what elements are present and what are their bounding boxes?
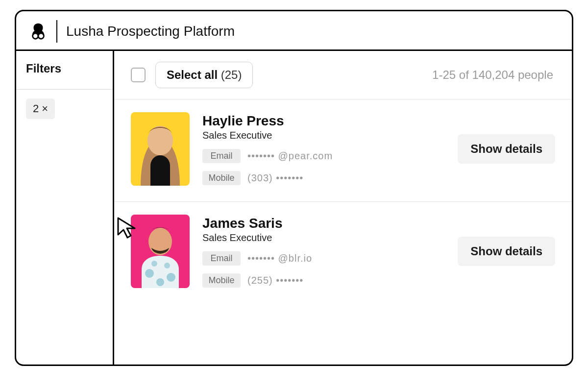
svg-point-8 (164, 263, 170, 268)
mobile-line: Mobile (303) ••••••• (202, 171, 445, 185)
svg-point-5 (167, 273, 175, 282)
filters-heading: Filters (26, 62, 103, 75)
content-area: Filters 2 × Select all (25) 1-25 of 140,… (16, 51, 572, 365)
email-badge: Email (202, 149, 241, 163)
active-filter-chip[interactable]: 2 × (26, 98, 55, 119)
person-illustration-icon (131, 112, 190, 186)
avatar (131, 112, 190, 186)
person-name: James Saris (202, 216, 445, 231)
select-all-checkbox[interactable] (131, 68, 146, 82)
show-details-button[interactable]: Show details (458, 237, 555, 266)
person-name: Haylie Press (202, 113, 445, 129)
titlebar-divider (56, 20, 57, 43)
person-info: James Saris Sales Executive Email ••••••… (202, 216, 445, 288)
email-line: Email ••••••• @blr.io (202, 251, 445, 266)
titlebar: Lusha Prospecting Platform (16, 11, 572, 51)
lusha-logo-icon (29, 22, 48, 41)
svg-point-7 (151, 261, 157, 267)
mobile-value: (255) ••••••• (247, 275, 303, 286)
mobile-value: (303) ••••••• (247, 172, 303, 184)
app-title: Lusha Prospecting Platform (66, 24, 235, 39)
email-badge: Email (202, 251, 241, 266)
select-all-button[interactable]: Select all (25) (155, 62, 253, 88)
main-panel: Select all (25) 1-25 of 140,204 people (114, 51, 572, 365)
email-value: ••••••• @pear.com (247, 150, 333, 162)
svg-point-2 (147, 126, 173, 155)
toolbar: Select all (25) 1-25 of 140,204 people (114, 51, 572, 99)
person-row[interactable]: James Saris Sales Executive Email ••••••… (114, 202, 572, 304)
people-list: Haylie Press Sales Executive Email •••••… (114, 99, 572, 304)
sidebar-separator (16, 89, 113, 90)
app-window: Lusha Prospecting Platform Filters 2 × S… (15, 10, 573, 366)
filter-chip-text: 2 × (33, 102, 48, 115)
mobile-badge: Mobile (202, 273, 241, 288)
person-role: Sales Executive (202, 232, 445, 243)
email-value: ••••••• @blr.io (247, 253, 312, 264)
svg-point-0 (33, 33, 38, 39)
select-all-count: (25) (221, 68, 242, 81)
svg-point-6 (156, 278, 164, 286)
email-line: Email ••••••• @pear.com (202, 149, 445, 163)
svg-point-1 (38, 33, 44, 39)
person-row[interactable]: Haylie Press Sales Executive Email •••••… (114, 99, 572, 202)
select-all-label: Select all (167, 68, 218, 81)
mobile-line: Mobile (255) ••••••• (202, 273, 445, 288)
svg-point-4 (145, 269, 154, 278)
person-info: Haylie Press Sales Executive Email •••••… (202, 113, 445, 185)
mobile-badge: Mobile (202, 171, 241, 185)
show-details-button[interactable]: Show details (458, 134, 555, 164)
sidebar: Filters 2 × (16, 51, 114, 365)
result-count: 1-25 of 140,204 people (432, 68, 555, 82)
person-illustration-icon (131, 215, 190, 288)
avatar (131, 215, 190, 288)
person-role: Sales Executive (202, 130, 445, 141)
